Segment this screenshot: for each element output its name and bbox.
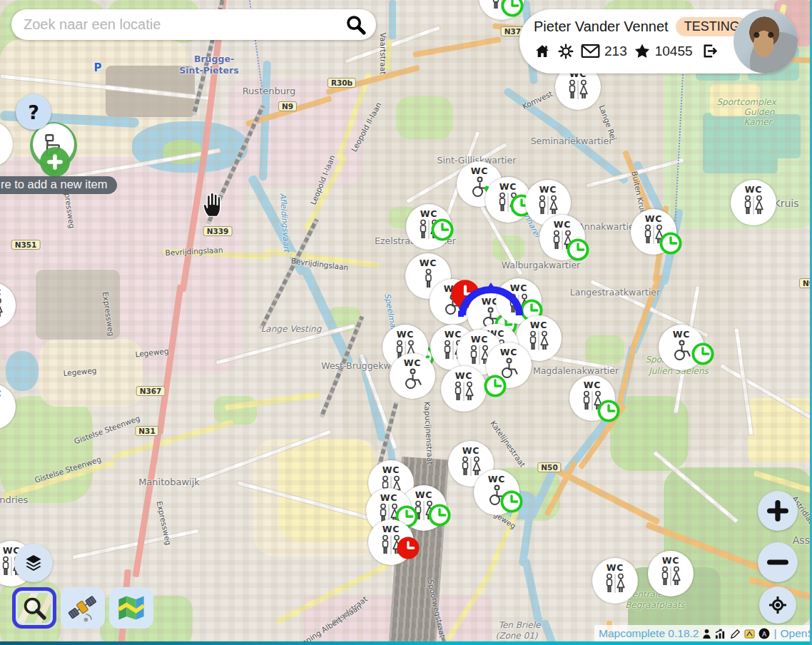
marker-badge-clock-green [431,218,455,242]
map-label: Spoorwegstraat [426,579,447,639]
marker-badge-clock-green [597,400,621,423]
map-label: Magdalenakwartier [533,365,619,376]
road-shield: N50 [537,462,561,472]
map-label: Lange Vesting [261,324,322,334]
map-label: Legeweg [63,366,97,377]
crosshair-icon [767,594,788,616]
map-marker-wc-mf[interactable]: WC [0,121,13,167]
map-marker-wc-wheelchair[interactable]: WC [390,353,435,399]
map-label: Rustenburg [243,86,296,96]
map-annotations: Brugge-Sint-PietersRustenburgPSint-Gilli… [0,0,812,645]
contributor-icon[interactable] [702,629,711,639]
user-avatar[interactable] [734,9,798,73]
app-version-label[interactable]: Mapcomplete 0.18.2 [599,627,699,640]
map-label: (Zone 01) [496,631,538,641]
statistics-icon[interactable] [715,629,726,639]
map-label: Begraafplaats [625,600,685,610]
help-button[interactable]: ? [16,94,51,130]
road-shield: N339 [203,226,233,236]
theme-logo-icon [744,629,755,639]
attribution-bar: Mapcomplete 0.18.2 A | OpenStreetMap [594,625,812,642]
add-plus-icon[interactable] [40,147,70,177]
mapcomplete-app: Brugge-Sint-PietersRustenburgPSint-Gilli… [0,0,812,645]
search-icon[interactable] [345,14,367,36]
style-osm-carto-button[interactable] [12,587,56,629]
map-label: Leopold II-laan [350,101,383,153]
map-label: Kamer [744,117,771,127]
map-label: Bevrijdingslaan [290,256,349,272]
marker-badge-clock-green [691,342,715,366]
messages-icon[interactable] [581,44,600,59]
marker-badge-clock-green [659,232,683,255]
map-label: Afleidingsvaart [278,193,292,253]
zoom-in-button[interactable] [758,491,798,531]
svg-text:A: A [762,631,767,638]
attribution-separator: | [773,627,776,640]
map-label: Gulden [744,107,775,117]
map-label: Legeweg [135,347,169,359]
background-style-picker [12,587,153,629]
logout-icon[interactable] [699,42,719,60]
map-label: Assebroek [793,534,812,546]
map-label: Expressweg [156,500,173,546]
road-shield: N351 [11,240,41,250]
map-label: Expressweg [101,291,116,337]
road-shield: N367 [136,386,166,396]
map-label: Gistelse Steenweg [34,454,102,484]
geolocate-button[interactable] [759,586,796,624]
copyright-icon[interactable]: A [758,628,770,639]
zoom-out-button[interactable] [758,542,798,582]
search-input[interactable] [11,16,345,33]
map-label: Sint-Pieters [179,65,238,76]
map-label: Gistelse Steenweg [73,414,141,446]
home-icon[interactable] [534,43,551,60]
map-label: Ten Briele [499,620,541,630]
marker-badge-clock-red [397,537,420,560]
road-shield: R30b [328,78,356,88]
osm-link[interactable]: OpenStreetMap [780,627,812,640]
map-label: P [94,61,102,74]
map-marker-wc-male[interactable]: WC [0,384,16,430]
map-marker-wc-mf[interactable]: WC [592,558,638,604]
map-label: Vaartstraat [379,33,387,75]
edit-pencil-icon[interactable] [730,629,741,639]
marker-badge-clock-green [484,375,507,398]
search-bar [11,9,376,40]
marker-badge-clock-green [428,504,452,527]
plus-icon [766,499,789,522]
map-label: Komvest [521,89,554,111]
folded-map-icon [116,592,147,624]
map-label: Leopold I-laan [309,153,337,205]
user-panel: Pieter Vander Vennet TESTING 213 10455 [519,9,798,73]
map-marker-wc-mf[interactable]: WC [441,366,487,412]
map-label: Kruis [774,198,799,209]
star-icon [634,43,651,60]
loading-progress-bar [0,641,812,645]
map-label: Annakwartier [578,221,638,232]
map-label: Sint-Andries [0,494,28,505]
map-label: Sportcomplex [716,97,776,107]
road-shield: N9 [278,101,297,111]
map-marker-wc-mf[interactable]: WC [731,180,776,225]
style-satellite-button[interactable] [61,587,105,629]
map-label: Koning Albert I-laan [296,602,362,645]
user-name: Pieter Vander Vennet [534,19,669,35]
map-label: Kapucijnenstraat [423,401,435,464]
road-shield: N31 [135,426,158,436]
map-label: Bevrijdingslaan [165,245,223,257]
map-marker-wc-mf[interactable]: WC [0,283,16,328]
selected-marker-arc [457,281,525,320]
map-label: Langestraatkwartier [570,287,660,298]
grab-cursor-icon [200,190,225,218]
settings-gear-icon[interactable] [557,43,574,60]
map-label: Seminariekwartier [531,136,613,146]
minus-icon [766,551,789,574]
changeset-count: 10455 [655,44,693,59]
layers-button[interactable] [14,544,53,582]
marker-badge-clock-green [567,238,590,262]
map-label: Katelijnestraat [489,419,527,469]
style-map-button[interactable] [109,587,153,629]
map-label: Manitobawijk [138,477,200,487]
satellite-icon [67,592,98,624]
map-marker-wc-mf[interactable]: WC [648,551,694,596]
